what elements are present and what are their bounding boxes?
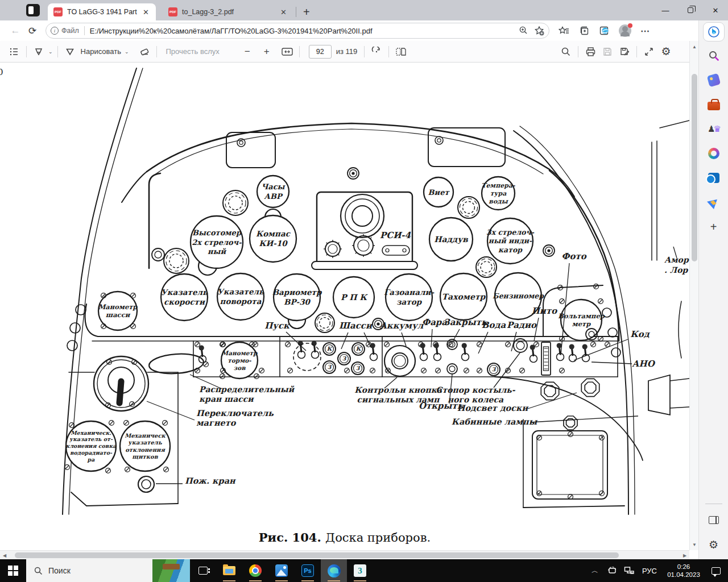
tray-expand-chevron[interactable]: ︿ — [587, 559, 603, 582]
horizontal-scroll-thumb[interactable] — [15, 552, 619, 558]
edge-icon[interactable] — [321, 559, 347, 582]
back-button[interactable]: ← — [7, 22, 24, 39]
search-icon[interactable] — [704, 45, 724, 66]
tab-close-icon[interactable]: ✕ — [142, 8, 150, 16]
scroll-right-arrow[interactable]: ▶ — [680, 551, 689, 560]
settings-gear-icon[interactable]: ⚙ — [704, 534, 724, 555]
draw-button[interactable]: Нарисовать — [81, 47, 121, 56]
ie-mode-icon[interactable] — [596, 22, 613, 39]
add-plus-icon[interactable]: + — [704, 217, 724, 237]
clock[interactable]: 0:26 01.04.2023 — [662, 563, 705, 579]
profile-avatar[interactable] — [617, 22, 634, 39]
svg-text:Высотомер: Высотомер — [192, 228, 242, 237]
3dsmax-icon[interactable]: 3 — [347, 559, 373, 582]
svg-text:Темпера-: Темпера- — [481, 182, 515, 189]
horizontal-scrollbar[interactable]: ◀ ▶ — [0, 550, 689, 559]
svg-text:Стопор костыль-: Стопор костыль- — [436, 385, 515, 394]
language-switch[interactable]: РУС — [638, 567, 661, 575]
svg-text:Фото: Фото — [561, 251, 587, 261]
taskbar-search-box[interactable]: Поиск — [26, 559, 190, 582]
svg-text:магнето: магнето — [196, 418, 237, 427]
new-tab-button[interactable]: + — [299, 6, 315, 19]
favorites-bar-icon[interactable] — [555, 22, 572, 39]
svg-text:Вариометр: Вариометр — [272, 288, 322, 297]
svg-text:щитков: щитков — [132, 454, 158, 460]
task-view-icon[interactable] — [190, 559, 216, 582]
zoom-in-icon[interactable]: + — [259, 46, 274, 57]
tab-title: TO LaGG-3 1941 Part II.pdf — [67, 8, 137, 16]
photos-icon[interactable] — [268, 559, 295, 582]
customize-panel-icon[interactable] — [704, 510, 724, 530]
sidebar-divider — [705, 504, 722, 504]
add-favorite-icon[interactable] — [534, 26, 544, 36]
svg-text:ра: ра — [87, 456, 96, 463]
refresh-button[interactable]: ⟳ — [24, 22, 41, 39]
file-scheme-chip[interactable]: i Файл — [51, 27, 79, 35]
page-view-icon[interactable] — [392, 43, 410, 60]
running-indicator — [328, 580, 340, 581]
page-number-input[interactable]: 92 — [309, 45, 332, 59]
tab-active[interactable]: PDF TO LaGG-3 1941 Part II.pdf ✕ — [48, 3, 156, 20]
tools-icon[interactable] — [704, 94, 724, 115]
chrome-icon[interactable] — [242, 559, 268, 582]
microsoft365-icon[interactable] — [704, 143, 724, 164]
scroll-left-arrow[interactable]: ◀ — [0, 551, 9, 560]
scroll-down-arrow[interactable]: ▼ — [690, 540, 699, 549]
search-icon[interactable] — [557, 43, 574, 60]
restore-button[interactable] — [678, 0, 703, 20]
fit-width-icon[interactable] — [279, 43, 296, 60]
scroll-up-arrow[interactable]: ▲ — [690, 42, 699, 51]
svg-text:Пож. кран: Пож. кран — [185, 476, 237, 486]
outlook-icon[interactable] — [704, 168, 724, 188]
svg-text:Тахометр: Тахометр — [442, 292, 486, 301]
tab-close-icon[interactable]: ✕ — [279, 8, 288, 16]
zoom-out-icon[interactable]: − — [240, 46, 255, 57]
file-explorer-icon[interactable] — [216, 559, 242, 582]
save-as-icon[interactable] — [616, 43, 633, 60]
search-highlight-image[interactable] — [152, 559, 190, 582]
fullscreen-icon[interactable] — [640, 43, 657, 60]
minimize-button[interactable]: — — [653, 0, 678, 20]
vertical-scrollbar[interactable]: ▲ ▼ — [689, 41, 698, 550]
collections-icon[interactable] — [576, 22, 593, 39]
restore-icon — [688, 7, 693, 13]
tab-actions-icon[interactable] — [26, 4, 40, 16]
svg-text:катор: катор — [498, 246, 523, 254]
close-button[interactable]: ✕ — [703, 0, 728, 20]
photoshop-icon[interactable]: Ps — [295, 559, 321, 582]
svg-text:затор: затор — [396, 297, 423, 306]
eraser-icon[interactable] — [136, 43, 153, 60]
svg-text:указатель от-: указатель от- — [69, 436, 113, 443]
pen-icon[interactable] — [61, 43, 78, 60]
toc-icon[interactable] — [6, 43, 23, 60]
print-icon[interactable] — [582, 43, 599, 60]
tab-inactive[interactable]: PDF to_Lagg-3_2.pdf ✕ — [163, 3, 293, 20]
url-text[interactable]: E:/Инструкции%20к%20самолётам/ЛаГГ/ТО%20… — [90, 27, 515, 35]
read-aloud-button[interactable]: Прочесть вслух — [166, 47, 220, 56]
address-box[interactable]: i Файл E:/Инструкции%20к%20самолётам/ЛаГ… — [46, 23, 549, 39]
save-icon[interactable] — [599, 43, 616, 60]
zoom-icon[interactable] — [519, 26, 528, 35]
svg-text:Вольтампер: Вольтампер — [558, 312, 605, 320]
settings-gear-icon[interactable]: ⚙ — [657, 43, 675, 60]
games-icon[interactable]: ♟♛ — [704, 119, 724, 139]
network-icon[interactable] — [621, 559, 637, 582]
svg-text:АНО: АНО — [632, 359, 655, 369]
start-button[interactable] — [0, 559, 26, 582]
svg-text:Кабинные лампы: Кабинные лампы — [452, 417, 538, 426]
chevron-down-icon[interactable]: ⌄ — [125, 49, 129, 55]
shopping-tag-icon[interactable] — [704, 70, 724, 90]
svg-text:З: З — [328, 364, 332, 370]
vertical-scroll-thumb[interactable] — [692, 74, 697, 261]
highlighter-icon[interactable] — [30, 43, 47, 60]
more-menu-icon[interactable]: ⋯ — [637, 22, 654, 39]
chevron-down-icon[interactable]: ⌄ — [48, 49, 53, 55]
onedrive-icon[interactable] — [604, 559, 620, 582]
notification-center-icon[interactable] — [706, 559, 726, 582]
drop-icon[interactable] — [704, 192, 724, 213]
rotate-icon[interactable] — [368, 43, 385, 60]
svg-text:Механическ.: Механическ. — [71, 430, 111, 436]
running-indicator — [223, 580, 235, 581]
svg-text:Указатель: Указатель — [161, 288, 208, 297]
bing-chat-icon[interactable] — [703, 22, 725, 41]
